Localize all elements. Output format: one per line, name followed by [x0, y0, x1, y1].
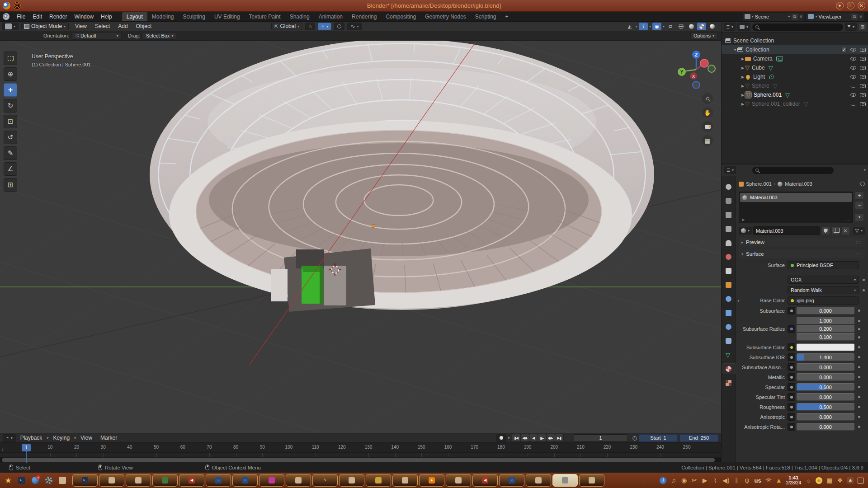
properties-tab-scene[interactable]	[722, 238, 735, 248]
disclosure-icon[interactable]: ▼	[733, 48, 737, 52]
workspace-tab-layout[interactable]: Layout	[122, 12, 147, 21]
socket-decorator-icon[interactable]	[788, 423, 795, 431]
show-overlays-icon[interactable]: ◉	[652, 23, 661, 30]
close-icon[interactable]: ✕	[799, 14, 803, 19]
properties-tab-object-data[interactable]: ▽	[722, 350, 735, 360]
scene-selector[interactable]: ▾ Scene ⌖ ⧉ ✕	[743, 13, 805, 21]
smiley-icon[interactable]: ☺	[816, 477, 822, 484]
tool-scale-button[interactable]: ⊡	[4, 115, 17, 128]
properties-tab-world[interactable]	[722, 252, 735, 262]
toggle-xray-icon[interactable]: ⧉	[666, 23, 675, 30]
timeline-menu-view[interactable]: View	[77, 434, 96, 442]
taskbar-task[interactable]: v	[499, 474, 524, 487]
tool-cursor-button[interactable]: ⊕	[4, 67, 17, 81]
play-icon[interactable]: ▶	[702, 477, 708, 484]
keyframe-dot[interactable]	[858, 396, 860, 398]
orientation-dropdown[interactable]: ⤮Default▾	[72, 32, 122, 40]
wifi-icon[interactable]	[765, 479, 772, 482]
viewport-menu-object[interactable]: Object	[132, 22, 156, 30]
transform-orientation-selector[interactable]: ⇱Global▾	[271, 23, 302, 30]
value-slider[interactable]: 0.500	[797, 383, 854, 391]
disclosure-icon[interactable]: ▶	[741, 84, 745, 88]
calculator-icon[interactable]: ▦	[826, 477, 833, 484]
grip-icon[interactable]: ::::	[845, 217, 850, 222]
prev-keyframe-button[interactable]: ◀◆	[521, 434, 529, 441]
keyframe-dot[interactable]	[858, 320, 860, 322]
properties-tab-physics[interactable]	[722, 322, 735, 332]
disable-render-camera-icon[interactable]	[860, 66, 866, 70]
frame-end-field[interactable]: End 250	[679, 434, 718, 442]
next-keyframe-button[interactable]: ◆▶	[547, 434, 555, 441]
keyframe-dot[interactable]	[858, 416, 860, 418]
taskbar-task[interactable]	[152, 474, 178, 487]
socket-decorator-icon[interactable]	[788, 343, 795, 351]
socket-decorator-icon[interactable]	[788, 363, 795, 371]
workspace-tab-geometry-nodes[interactable]: Geometry Nodes	[420, 12, 471, 21]
workspace-tab-scripting[interactable]: Scripting	[471, 12, 501, 21]
tool-select-box-button[interactable]	[4, 52, 17, 65]
pan-hand-icon[interactable]: ✋	[702, 107, 713, 118]
outliner-display-mode-button[interactable]: ☰▾	[724, 23, 736, 31]
value-slider[interactable]: 0.100	[797, 333, 854, 341]
menu-edit[interactable]: Edit	[29, 13, 46, 21]
timeline-editor-type-button[interactable]: ◔▾	[3, 434, 16, 442]
copy-view-layer-button[interactable]: ⧉	[851, 14, 858, 20]
outliner-row-light[interactable]: ▶Light	[722, 72, 868, 81]
keyboard-layout-indicator[interactable]: us	[754, 477, 761, 484]
outliner-search-input[interactable]	[760, 24, 840, 30]
socket-decorator-icon[interactable]	[788, 307, 795, 314]
mode-selector[interactable]: Object Mode▾	[21, 23, 69, 30]
value-slider[interactable]: 0.000	[797, 393, 854, 401]
usb-icon[interactable]: ψ	[744, 477, 750, 484]
play-button[interactable]: ▶	[538, 434, 546, 441]
taskbar-task[interactable]	[286, 474, 311, 487]
tool-measure-button[interactable]: ∠	[4, 162, 17, 176]
expand-base-color-icon[interactable]: ▸	[738, 299, 740, 303]
show-gizmo-icon[interactable]: ⟟	[639, 23, 648, 30]
hide-eye-icon[interactable]	[850, 48, 856, 52]
disclosure-icon[interactable]: ▶	[741, 93, 745, 97]
socket-decorator-icon[interactable]	[788, 403, 795, 411]
snap-to-dropdown[interactable]: ⁘▾	[318, 23, 331, 30]
taskbar-task[interactable]	[126, 474, 151, 487]
shading-material-preview-icon[interactable]	[697, 23, 706, 30]
keyframe-dot[interactable]	[858, 376, 860, 378]
taskbar-task[interactable]	[259, 474, 284, 487]
properties-tab-tool[interactable]	[722, 182, 735, 192]
navigation-gizmo[interactable]: Z Y X	[676, 47, 716, 89]
pin-icon[interactable]: ⌖	[788, 14, 790, 19]
shading-rendered-icon[interactable]	[708, 23, 717, 30]
outliner-search[interactable]	[752, 23, 843, 31]
preview-panel-header[interactable]: ▸ Preview ::::	[739, 238, 865, 247]
viewport-menu-view[interactable]: View	[71, 22, 90, 30]
window-minimize-button[interactable]: –	[847, 2, 854, 9]
hide-eye-icon[interactable]	[850, 57, 856, 61]
properties-editor-type-button[interactable]: ☰▾	[724, 166, 736, 174]
hide-eye-icon[interactable]	[850, 93, 856, 97]
add-workspace-button[interactable]: +	[501, 12, 513, 21]
breadcrumb-object[interactable]: Sphere.001	[746, 181, 772, 187]
exclude-checkbox-icon[interactable]: ✓	[841, 47, 847, 52]
music-icon[interactable]: ♫	[670, 477, 677, 484]
socket-decorator-icon[interactable]	[788, 325, 795, 333]
updates-icon[interactable]: ▲	[776, 477, 782, 484]
disable-render-camera-icon[interactable]	[860, 102, 866, 106]
wallet-icon[interactable]: ❖	[837, 477, 843, 484]
tool-rotate-button[interactable]: ↻	[4, 99, 17, 113]
outliner-row-sphere[interactable]: ▶▽Sphere▽	[722, 81, 868, 90]
viewport-3d[interactable]: User Perspective (1) Collection | Sphere…	[0, 41, 721, 433]
value-slider[interactable]: 0.000	[797, 373, 854, 381]
properties-search[interactable]	[752, 167, 834, 174]
properties-tab-modifiers[interactable]	[722, 294, 735, 304]
keyframe-dot[interactable]	[858, 426, 860, 428]
snapping-magnet-toggle[interactable]: ∩	[305, 23, 315, 30]
tool-annotate-button[interactable]: ✎	[4, 146, 17, 160]
value-slider[interactable]: 0.000	[797, 413, 854, 421]
workspace-tab-modeling[interactable]: Modeling	[147, 12, 179, 21]
browse-material-button[interactable]: ▾	[739, 227, 752, 235]
taskbar-task[interactable]	[446, 474, 471, 487]
surface-panel-header[interactable]: ▾ Surface ::::	[739, 249, 865, 258]
base-color-field[interactable]: iglo.png	[788, 296, 859, 305]
socket-decorator-icon[interactable]	[788, 353, 795, 361]
value-slider[interactable]: 1.400	[797, 353, 854, 361]
